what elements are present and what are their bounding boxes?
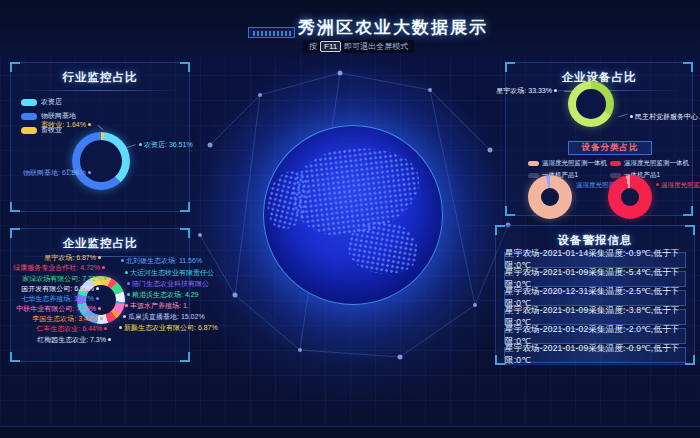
alarm-row: 星宇农场-2021-01-14采集温度:-0.9℃,低于下限:0℃ xyxy=(504,252,686,268)
legend-item[interactable]: 物联网基地 xyxy=(21,111,189,121)
legend-swatch xyxy=(21,127,37,134)
alarm-list: 星宇农场-2021-01-14采集温度:-0.9℃,低于下限:0℃ 星宇农场-2… xyxy=(504,252,686,366)
enterprise-monitor-panel: 企业监控占比 星宇农场: 6.87% 绿康服务专业合作社: 4.72% 家绿农场… xyxy=(10,228,190,362)
alarm-panel-title: 设备警报信息 xyxy=(496,226,694,248)
legend-label: 农资店 xyxy=(41,97,62,107)
chart-label: 红梅园生态农业: 7.3% xyxy=(37,336,113,344)
category-donut-left[interactable] xyxy=(528,175,572,219)
category-section-title: 设备分类占比 xyxy=(568,141,652,155)
category-donut-right[interactable] xyxy=(608,175,652,219)
chart-label: 绿康服务专业合作社: 4.72% xyxy=(13,264,107,272)
chart-label: 民主村党群服务中心... xyxy=(628,113,700,121)
chart-label: 李国生态农场: 3.42% xyxy=(32,315,105,323)
legend-swatch xyxy=(528,161,539,166)
alarm-row: 星宇农场-2021-01-02采集温度:-2.0℃,低于下限:0℃ xyxy=(504,328,686,344)
header-bar: 秀洲区农业大数据展示 按 F11 即可退出全屏模式 xyxy=(0,0,700,57)
label-connector xyxy=(618,113,628,117)
alarm-row: 星宇农场-2021-01-09采集温度:-0.9℃,低于下限:0℃ xyxy=(504,347,686,363)
dashboard: 秀洲区农业大数据展示 按 F11 即可退出全屏模式 行业监控占比 xyxy=(0,0,700,438)
chart-label: 七华生态养殖场: 1.72% xyxy=(21,295,101,303)
legend-item[interactable]: 温湿度光照监测一体机 xyxy=(528,159,607,168)
label-connector xyxy=(124,144,136,149)
industry-donut-chart[interactable] xyxy=(72,132,130,190)
title-divider xyxy=(22,90,179,91)
alarm-row: 星宇农场-2020-12-31采集温度:-2.5℃,低于下限:0℃ xyxy=(504,290,686,306)
legend-label: 温湿度光照监测一体机 xyxy=(624,159,689,168)
chart-label: 星宇农场: 6.87% xyxy=(44,254,103,262)
chart-label: 星宇农场: 33.33% xyxy=(496,87,559,95)
legend-swatch xyxy=(528,173,539,178)
legend-swatch xyxy=(21,113,37,120)
legend-label: 物联网基地 xyxy=(41,111,76,121)
page-title: 秀洲区农业大数据展示 xyxy=(298,16,488,39)
chart-label: 北刘银生态农场: 11.56% xyxy=(119,257,202,265)
fullscreen-hint: 按 F11 即可退出全屏模式 xyxy=(303,40,414,53)
hint-suffix: 即可退出全屏模式 xyxy=(344,41,408,52)
legend-item[interactable]: 温湿度光照监测一体机 xyxy=(610,159,689,168)
device-donut-chart[interactable] xyxy=(568,81,614,127)
chart-label: 新颜生态农业有限公司: 6.87% xyxy=(117,324,218,332)
chart-label: 温湿度光照监测一... xyxy=(654,181,700,189)
industry-legend: 农资店 物联网基地 畜牧业 xyxy=(21,97,189,135)
device-alarm-panel: 设备警报信息 星宇农场-2021-01-14采集温度:-0.9℃,低于下限:0℃… xyxy=(495,225,695,365)
alarm-row: 星宇农场-2021-01-09采集温度:-3.8℃,低于下限:0℃ xyxy=(504,309,686,325)
label-connector xyxy=(564,91,572,92)
industry-panel-title: 行业监控占比 xyxy=(11,63,189,85)
chart-label: 国开发有限公司: 6.87% xyxy=(21,285,101,293)
f11-key-badge: F11 xyxy=(320,41,341,52)
chart-label: 粮港浜生态农场: 4.29 xyxy=(125,291,199,299)
chart-label: 陆门生态农业科技有限公 xyxy=(125,280,209,288)
legend-label: 温湿度光照监测一体机 xyxy=(542,159,607,168)
legend-item[interactable]: 农资店 xyxy=(21,97,189,107)
industry-monitor-panel: 行业监控占比 农资店 物联网基地 畜牧业 畜牧业: 1.64% 农资店: 36.… xyxy=(10,62,190,212)
hint-prefix: 按 xyxy=(309,41,317,52)
chart-label: 仁丰生态农业: 6.44% xyxy=(36,325,109,333)
chart-label: 大运河生态牧业有限责任公 xyxy=(123,269,214,277)
chart-label: 瓜泉浜直播基地: 15.02% xyxy=(121,313,205,321)
chart-label: 物联网基地: 61.85% xyxy=(23,169,93,177)
chart-label: 家绿农场有限公司: 7.72% xyxy=(22,275,109,283)
chart-label: 中联牛业有限公司: 7.29% xyxy=(16,305,103,313)
legend-swatch xyxy=(21,99,37,106)
device-ratio-panel: 企业设备占比 星宇农场: 33.33% 民主村党群服务中心... 设备分类占比 … xyxy=(505,62,693,216)
chart-label: 畜牧业: 1.64% xyxy=(41,121,93,129)
legend-swatch xyxy=(610,161,621,166)
enterprise-panel-title: 企业监控占比 xyxy=(11,229,189,251)
footer-bar xyxy=(0,426,700,438)
brand-logo xyxy=(248,27,295,38)
chart-label: 丰源水产养殖场: 1. xyxy=(123,302,189,310)
globe-visualization[interactable] xyxy=(263,125,443,305)
chart-label: 农资店: 36.51% xyxy=(137,141,193,149)
alarm-row: 星宇农场-2021-01-09采集温度:-5.4℃,低于下限:0℃ xyxy=(504,271,686,287)
